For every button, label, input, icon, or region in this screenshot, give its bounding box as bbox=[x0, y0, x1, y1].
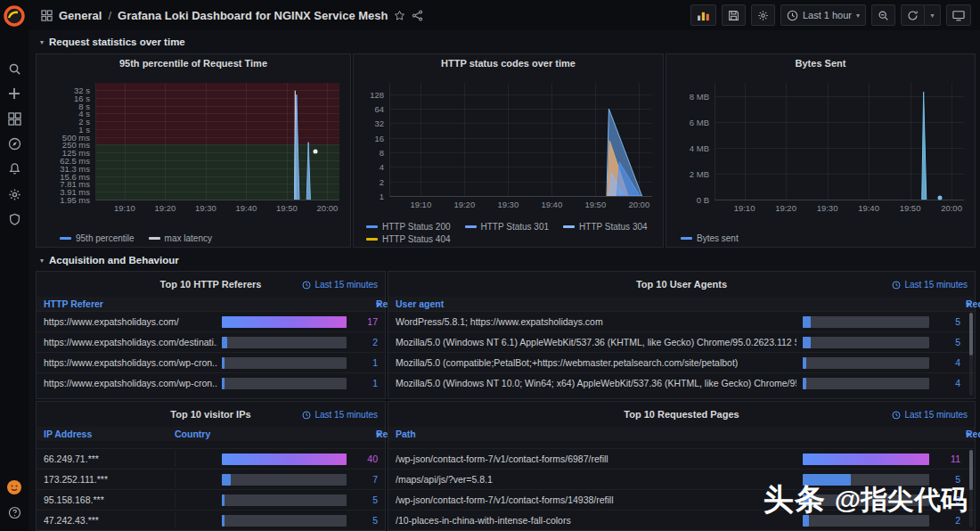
refresh-interval-button[interactable]: ▾ bbox=[925, 4, 941, 26]
time-badge[interactable]: Last 15 minutes bbox=[302, 280, 378, 290]
row-value: 5 bbox=[939, 337, 960, 347]
avatar[interactable] bbox=[0, 476, 29, 499]
bar-gauge-fill bbox=[222, 337, 227, 348]
configuration-icon[interactable] bbox=[0, 183, 29, 206]
legend-swatch-icon bbox=[465, 225, 477, 228]
table-header: Path Requests ▾ bbox=[388, 427, 975, 441]
breadcrumb-folder[interactable]: General bbox=[59, 9, 102, 22]
breadcrumb[interactable]: General / Grafana Loki Dashboard for NGI… bbox=[41, 0, 423, 30]
add-panel-button[interactable] bbox=[690, 4, 716, 26]
row-value: 2 bbox=[356, 337, 378, 347]
bar-gauge-track bbox=[803, 453, 929, 465]
cycle-view-mode-button[interactable] bbox=[946, 4, 971, 26]
row-label: Mozilla/5.0 (Windows NT 6.1) AppleWebKit… bbox=[396, 337, 796, 347]
dashboard-toolbar: Last 1 hour ▾ ▾ bbox=[690, 4, 971, 26]
search-icon[interactable] bbox=[0, 57, 29, 80]
table-body: WordPress/5.8.1; https://www.expatsholid… bbox=[388, 311, 975, 398]
time-badge[interactable]: Last 15 minutes bbox=[302, 410, 378, 420]
legend-item[interactable]: Bytes sent bbox=[681, 233, 739, 243]
panel-title[interactable]: Top 10 User Agents bbox=[388, 279, 975, 290]
server-admin-icon[interactable] bbox=[0, 208, 29, 231]
y-axis-label: 64 bbox=[374, 104, 384, 114]
clock-icon bbox=[302, 281, 311, 290]
save-dashboard-button[interactable] bbox=[722, 4, 746, 26]
legend-item[interactable]: HTTP Status 200 bbox=[366, 222, 451, 232]
panel-title[interactable]: HTTP status codes over time bbox=[354, 58, 663, 69]
row-value: 1 bbox=[356, 357, 378, 368]
clock-icon bbox=[302, 411, 311, 420]
sidebar bbox=[0, 0, 29, 531]
x-axis-label: 20:00 bbox=[628, 200, 649, 209]
grafana-logo[interactable] bbox=[4, 5, 25, 27]
legend-item[interactable]: max latency bbox=[149, 233, 212, 243]
panel-top-visitor-ips: Top 10 visitor IPs Last 15 minutes IP Ad… bbox=[36, 401, 386, 531]
sort-desc-icon: ▾ bbox=[966, 298, 970, 309]
y-axis-label: 1 bbox=[380, 192, 384, 201]
zoom-out-button[interactable] bbox=[871, 4, 895, 26]
help-icon[interactable] bbox=[0, 501, 29, 524]
legend-item[interactable]: 95th percentile bbox=[60, 233, 135, 243]
row-country bbox=[175, 451, 181, 467]
section-acquisition-behaviour[interactable]: ▾ Acquisition and Behaviour bbox=[40, 255, 179, 266]
panel-title[interactable]: Top 10 Requested Pages bbox=[388, 409, 975, 420]
scrollbar[interactable] bbox=[969, 450, 973, 527]
row-label: /wp-json/contact-form-7/v1/contact-forms… bbox=[396, 494, 614, 505]
row-label: https://www.expatsholidays.com/wp-cron..… bbox=[44, 357, 217, 368]
table-body: 66.249.71.***40173.252.111.***795.158.16… bbox=[37, 448, 385, 530]
bar-gauge-track bbox=[222, 453, 347, 465]
bar-gauge-fill bbox=[222, 316, 347, 328]
x-axis-label: 19:50 bbox=[900, 203, 921, 213]
section-request-statistics[interactable]: ▾ Request statistics over time bbox=[40, 37, 185, 47]
row-label: WordPress/5.8.1; https://www.expatsholid… bbox=[396, 316, 603, 327]
table-row: https://www.expatsholidays.com/destinati… bbox=[37, 331, 385, 352]
refresh-button[interactable] bbox=[901, 4, 925, 26]
plot-area[interactable]: 8 MB6 MB4 MB2 MB0 B19:1019:2019:3019:401… bbox=[715, 83, 964, 200]
column-header-user-agent[interactable]: User agent bbox=[396, 298, 444, 309]
plot-area[interactable]: 128643216842119:1019:2019:3019:4019:5020… bbox=[389, 83, 652, 197]
time-badge[interactable]: Last 15 minutes bbox=[892, 280, 968, 290]
row-label: /10-places-in-china-with-intense-fall-co… bbox=[396, 515, 571, 526]
legend-item[interactable]: HTTP Status 404 bbox=[366, 234, 451, 244]
bar-gauge-track bbox=[222, 494, 347, 506]
alerting-icon[interactable] bbox=[0, 157, 29, 180]
column-header-path[interactable]: Path bbox=[396, 429, 416, 439]
bar-gauge-fill bbox=[222, 474, 231, 486]
time-range-picker[interactable]: Last 1 hour ▾ bbox=[780, 4, 866, 26]
bar-gauge-track bbox=[222, 515, 347, 527]
chart-http-status-codes: 128643216842119:1019:2019:3019:4019:5020… bbox=[354, 74, 663, 247]
watermark-handle: @指尖代码 bbox=[835, 482, 968, 519]
column-header-referer[interactable]: HTTP Referer bbox=[44, 298, 103, 309]
collapse-chevron-icon: ▾ bbox=[40, 257, 44, 265]
table-row: https://www.expatsholidays.com/wp-cron..… bbox=[37, 372, 385, 393]
row-label: Mozilla/5.0 (Windows NT 10.0; Win64; x64… bbox=[396, 378, 796, 388]
legend-item[interactable]: HTTP Status 304 bbox=[563, 222, 648, 232]
bar-gauge-fill bbox=[222, 378, 225, 389]
legend-item[interactable]: HTTP Status 301 bbox=[465, 222, 550, 232]
panel-title[interactable]: 95th percentile of Request Time bbox=[37, 58, 350, 69]
y-axis-label: 6 MB bbox=[690, 117, 709, 127]
plot-area[interactable]: 32 s16 s8 s4 s2 s1 s500 ms250 ms125 ms62… bbox=[95, 83, 339, 200]
panel-top-http-referers: Top 10 HTTP Referers Last 15 minutes HTT… bbox=[36, 271, 386, 399]
bar-gauge-fill bbox=[803, 453, 929, 465]
dashboards-icon[interactable] bbox=[0, 107, 29, 130]
row-country bbox=[175, 492, 181, 508]
star-icon[interactable] bbox=[394, 10, 405, 21]
table-row: 47.242.43.***5 bbox=[37, 510, 385, 530]
share-icon[interactable] bbox=[412, 10, 423, 21]
dashboard-title[interactable]: Grafana Loki Dashboard for NGINX Service… bbox=[118, 9, 388, 22]
y-axis-label: 32 bbox=[374, 118, 384, 128]
row-value: 5 bbox=[356, 494, 378, 505]
row-label: 66.249.71.*** bbox=[44, 453, 99, 464]
create-icon[interactable] bbox=[0, 82, 29, 105]
panel-title[interactable]: Bytes Sent bbox=[666, 58, 975, 69]
column-header-country[interactable]: Country bbox=[175, 429, 210, 439]
dashboard-settings-button[interactable] bbox=[751, 4, 775, 26]
bar-gauge-track bbox=[222, 474, 347, 486]
explore-icon[interactable] bbox=[0, 132, 29, 155]
scrollbar[interactable] bbox=[969, 313, 973, 396]
collapse-chevron-icon: ▾ bbox=[40, 38, 44, 46]
watermark-brand: 头条 bbox=[764, 479, 826, 520]
x-axis-label: 19:40 bbox=[235, 203, 257, 213]
column-header-ip[interactable]: IP Address bbox=[44, 429, 92, 439]
time-badge[interactable]: Last 15 minutes bbox=[892, 410, 968, 420]
